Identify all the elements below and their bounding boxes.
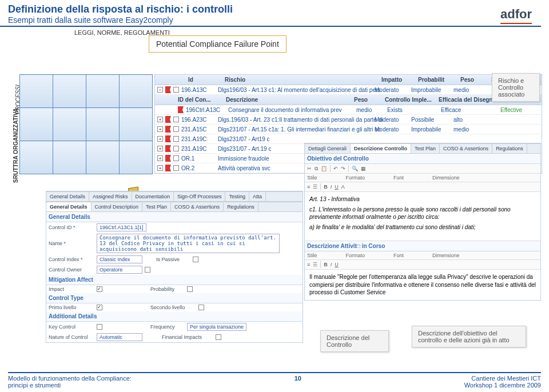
tab[interactable]: Regulations xyxy=(224,202,258,211)
financial-checkbox[interactable] xyxy=(216,334,221,340)
flag-icon xyxy=(165,155,171,162)
paste-icon[interactable]: 📋 xyxy=(321,166,327,171)
expand-icon[interactable]: + xyxy=(157,126,163,132)
obj-text[interactable]: Art. 13 - Informativa c1. L'interessato … xyxy=(305,192,540,241)
matrix-grid xyxy=(19,74,153,174)
tab[interactable]: Test Plan xyxy=(142,202,171,211)
expand-icon[interactable]: + xyxy=(157,165,163,171)
callout-desc-ctrl: Descrizione del Controllo xyxy=(320,330,389,352)
section-additional: Additional Details xyxy=(46,311,303,322)
lbl: Secondo livello xyxy=(150,305,196,310)
section-control-type: Control Type xyxy=(46,293,303,303)
name-field[interactable]: Consegnare il documento di informativa p… xyxy=(97,234,280,253)
expand-icon[interactable]: + xyxy=(157,117,163,122)
secondo-checkbox[interactable] xyxy=(198,305,204,310)
bold-icon[interactable]: B xyxy=(324,184,328,190)
lbl: Financial Impacts xyxy=(162,334,213,340)
probability-checkbox[interactable] xyxy=(187,286,193,292)
risk-row[interactable]: +196.A23CDlgs.196/03 - Art. 23 c1:Il tra… xyxy=(155,115,542,125)
copy-icon[interactable]: ⧉ xyxy=(315,166,318,172)
expand-icon[interactable]: + xyxy=(157,155,163,161)
flag-icon xyxy=(178,106,184,113)
undo-icon[interactable]: ↶ xyxy=(333,166,338,171)
lbl: Control Owner xyxy=(49,267,94,273)
flag-icon xyxy=(165,145,171,152)
callout-pcfp: Potential Compliance Failure Point xyxy=(149,35,287,53)
lbl: Control Index * xyxy=(49,257,94,262)
tab[interactable]: Test Plan xyxy=(411,144,440,153)
numlist-icon[interactable]: ☰ xyxy=(313,262,317,267)
lbl: Is Passive xyxy=(156,257,190,262)
lbl: Nature of Control xyxy=(49,334,94,340)
desc-label: Descrizione Attivit□ in Corso xyxy=(305,241,540,251)
rte-toolbar-2: Stile Formato Font Dimensione xyxy=(305,174,540,182)
nature-field[interactable]: Automatic xyxy=(97,333,142,341)
edit-icon[interactable] xyxy=(173,117,179,122)
expand-icon[interactable]: + xyxy=(157,136,163,142)
tab[interactable]: Documentation xyxy=(132,192,174,201)
color-icon[interactable]: A xyxy=(341,184,345,190)
redo-icon[interactable]: ↷ xyxy=(341,166,345,171)
flag-icon xyxy=(165,86,171,93)
is-passive-checkbox[interactable] xyxy=(193,257,198,262)
tab[interactable]: Dettagli Generali xyxy=(305,144,351,153)
italic-icon[interactable]: I xyxy=(331,184,332,190)
subrisk-row[interactable]: 196Ctrl.A13C Consegnare il documento di … xyxy=(155,105,542,115)
underline-icon[interactable]: U xyxy=(335,184,339,190)
primo-checkbox[interactable] xyxy=(97,305,102,310)
section-general-details: General Details xyxy=(46,212,303,222)
rte-toolbar-3: ≡☰ BIU A xyxy=(305,182,540,192)
tab[interactable]: General Details xyxy=(46,192,89,201)
control-index-field[interactable]: Classic Index xyxy=(97,255,142,263)
numlist-icon[interactable]: ☰ xyxy=(313,184,317,190)
tab[interactable]: Control Description xyxy=(92,202,143,211)
logo: adfor xyxy=(500,7,532,24)
cut-icon[interactable]: ✂ xyxy=(307,166,312,171)
control-id-field[interactable]: 196Ctrl.A13C1.1[1] xyxy=(97,223,146,231)
tab[interactable]: Assigned Risks xyxy=(89,192,132,201)
detail-tabs-1: General Details Assigned Risks Documenta… xyxy=(46,191,303,202)
key-control-checkbox[interactable] xyxy=(97,324,102,330)
rte-toolbar: ✂⧉📋 ↶↷ 🔍▦ xyxy=(305,164,540,174)
impact-checkbox[interactable] xyxy=(97,286,102,292)
page-number: 10 xyxy=(295,375,301,389)
underline-icon[interactable]: U xyxy=(335,262,339,267)
tab[interactable]: Testing xyxy=(225,192,249,201)
edit-icon[interactable] xyxy=(173,146,179,151)
italic-icon[interactable]: I xyxy=(331,262,332,267)
tab[interactable]: COSO & Assertions xyxy=(171,202,224,211)
edit-icon[interactable] xyxy=(173,165,179,171)
list-icon[interactable]: ≡ xyxy=(307,262,310,267)
edit-icon[interactable] xyxy=(173,136,179,142)
desc-text[interactable]: Il manuale "Regole per l'ottemperanza al… xyxy=(305,270,540,300)
edit-icon[interactable] xyxy=(173,87,179,93)
edit-icon[interactable] xyxy=(173,155,179,161)
lookup-icon[interactable] xyxy=(145,267,150,273)
expand-icon[interactable]: + xyxy=(157,146,163,151)
collapse-icon[interactable]: − xyxy=(157,87,163,93)
tab[interactable]: COSO & Assertions xyxy=(440,144,492,153)
callout-desc-obj: Descrizione dell'obiettivo del controllo… xyxy=(412,326,526,347)
tab[interactable]: Descrizione Controllo xyxy=(351,144,411,153)
table-icon[interactable]: ▦ xyxy=(361,166,366,171)
tab[interactable]: Atta xyxy=(249,192,266,201)
tab[interactable]: General Details xyxy=(46,202,92,211)
tab[interactable]: Sign-Off Processes xyxy=(174,192,225,201)
control-owner-field[interactable]: Operatore xyxy=(97,266,142,274)
objective-panel: Dettagli Generali Descrizione Controllo … xyxy=(304,143,541,301)
flag-icon xyxy=(165,135,171,142)
lbl: Name * xyxy=(49,241,94,246)
page-subtitle: Esempi tratti dalla suite software Easy2… xyxy=(0,15,541,27)
risk-row[interactable]: +231.A15CDlgs231/07 - Art.15 c1a: 1. Gli… xyxy=(155,125,542,134)
risk-table-header: Id Rischio Impatto Probabilit Peso Statu… xyxy=(155,75,542,85)
lbl: Key Control xyxy=(49,324,94,330)
frequency-field[interactable]: Per singola transazione xyxy=(187,323,246,331)
detail-tabs-2: General Details Control Description Test… xyxy=(46,202,303,212)
find-icon[interactable]: 🔍 xyxy=(352,166,358,171)
tab[interactable]: Regulations xyxy=(492,144,527,153)
bold-icon[interactable]: B xyxy=(324,262,328,267)
subrisk-header: ID del Con... Descrizione Peso Controllo… xyxy=(155,95,542,105)
edit-icon[interactable] xyxy=(173,126,179,132)
risk-row[interactable]: − 196.A13C Dlgs196/03 - Art.13 c1: Al mo… xyxy=(155,85,542,95)
list-icon[interactable]: ≡ xyxy=(307,184,310,190)
